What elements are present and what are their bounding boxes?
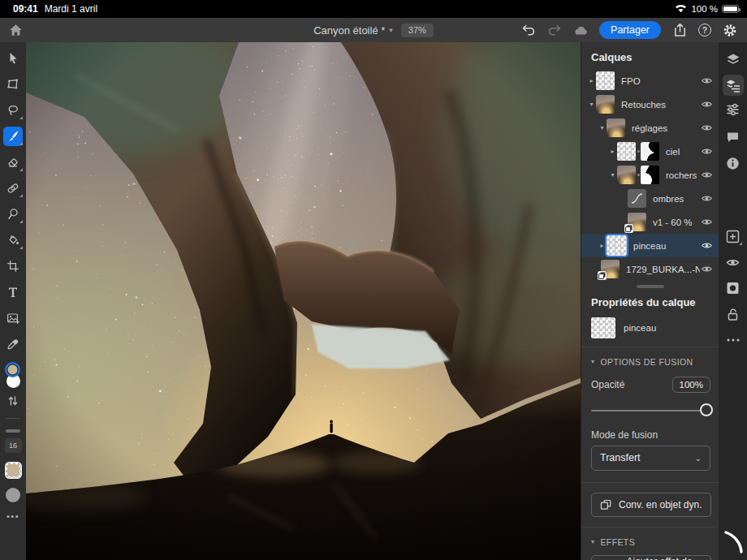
layers-icon[interactable] <box>723 49 744 70</box>
panel-divider <box>581 482 719 483</box>
panel-taskbar <box>719 42 747 560</box>
layer-row-ombres[interactable]: ombres <box>581 187 719 210</box>
swap-colors-button[interactable] <box>0 391 26 411</box>
tool-options-handle[interactable] <box>6 429 20 433</box>
move-tool[interactable] <box>0 45 26 71</box>
info-icon[interactable] <box>723 153 744 174</box>
layer-mask-thumbnail <box>641 142 659 161</box>
type-tool[interactable] <box>0 279 26 305</box>
help-button[interactable]: ? <box>698 24 711 37</box>
add-layer-effect-button[interactable]: fx Ajouter effet de calque <box>591 555 711 560</box>
comment-icon[interactable] <box>723 127 744 148</box>
opacity-value-field[interactable]: 100% <box>672 377 710 393</box>
eraser-tool[interactable] <box>0 149 26 175</box>
layer-row-retouches[interactable]: ▾ Retouches <box>581 93 719 116</box>
visibility-eye-icon[interactable] <box>700 262 714 276</box>
share-button[interactable]: Partager <box>599 21 661 39</box>
layer-mask-thumbnail <box>641 166 659 184</box>
app-toolbar: Canyon étoilé *▾ 37% Partager ? <box>0 18 747 42</box>
layer-properties-icon[interactable] <box>723 75 744 96</box>
visibility-eye-icon[interactable] <box>700 215 714 229</box>
foreground-color-swatch[interactable] <box>5 362 20 377</box>
opacity-slider-track[interactable] <box>591 410 707 411</box>
layer-row-fpo[interactable]: ▸ FPO <box>581 69 719 93</box>
visibility-eye-icon[interactable] <box>700 239 714 252</box>
fill-tool[interactable] <box>0 227 26 253</box>
toolbar-divider <box>6 418 20 419</box>
blend-mode-dropdown[interactable]: Transfert ⌄ <box>591 446 710 471</box>
expander-icon[interactable]: ▸ <box>598 242 607 249</box>
blend-options-section-header[interactable]: ▾ OPTIONS DE FUSION <box>581 347 719 370</box>
visibility-eye-icon[interactable] <box>700 97 714 111</box>
zoom-level-badge[interactable]: 37% <box>401 24 434 37</box>
expander-icon[interactable]: ▾ <box>598 124 607 131</box>
adjustment-curve-thumbnail <box>628 189 646 208</box>
status-time: 09:41 <box>13 3 38 15</box>
lasso-tool[interactable] <box>0 97 26 123</box>
corner-gesture-indicator <box>723 530 745 558</box>
expander-icon[interactable]: ▾ <box>608 171 617 179</box>
expander-icon[interactable]: ▸ <box>608 148 617 155</box>
chevron-down-icon: ▾ <box>389 26 393 34</box>
effects-section-header[interactable]: ▾ EFFETS <box>581 528 719 550</box>
chevron-down-icon: ⌄ <box>695 454 702 463</box>
opacity-slider[interactable] <box>591 403 707 418</box>
layer-thumbnail <box>617 142 636 161</box>
visibility-eye-icon[interactable] <box>700 144 714 158</box>
layer-row-ciel[interactable]: ▸ ciel <box>581 140 719 163</box>
eyedropper-tool[interactable] <box>0 331 26 357</box>
visibility-eye-icon[interactable] <box>700 168 714 182</box>
smart-object-icon <box>600 499 612 510</box>
brush-size-value[interactable]: 16 <box>5 438 22 453</box>
layer-thumbnail <box>617 166 636 184</box>
opacity-label: Opacité <box>591 379 624 390</box>
export-icon[interactable] <box>672 23 687 37</box>
more-options-icon[interactable] <box>723 330 744 351</box>
add-layer-icon[interactable] <box>723 226 744 247</box>
expander-icon[interactable]: ▾ <box>587 101 596 108</box>
place-photo-tool[interactable] <box>0 305 26 331</box>
layer-thumbnail <box>596 71 615 90</box>
blend-mode-label: Mode de fusion <box>581 421 719 446</box>
layer-visibility-icon[interactable] <box>723 252 744 273</box>
brush-tool[interactable] <box>0 123 26 149</box>
status-date: Mardi 1 avril <box>45 3 97 15</box>
transform-tool[interactable] <box>0 71 26 97</box>
layer-thumbnail <box>607 118 625 137</box>
layer-row-1729-burka[interactable]: 1729_BURKA...-NR33 <box>581 257 719 281</box>
healing-brush-tool[interactable] <box>0 175 26 201</box>
document-title[interactable]: Canyon étoilé *▾ <box>313 24 393 37</box>
convert-smart-object-button[interactable]: Conv. en objet dyn. <box>591 493 711 517</box>
color-well[interactable] <box>3 362 23 391</box>
settings-gear-icon[interactable] <box>723 23 737 37</box>
lock-icon[interactable] <box>723 304 744 325</box>
layer-row-v1[interactable]: v1 - 60 % <box>581 210 719 234</box>
wifi-icon <box>675 4 687 15</box>
panel-drag-handle[interactable] <box>637 285 664 288</box>
visibility-eye-icon[interactable] <box>700 121 714 135</box>
opacity-slider-knob[interactable] <box>700 403 713 416</box>
undo-button[interactable] <box>521 23 536 37</box>
layer-row-rochers[interactable]: ▾ rochers <box>581 163 719 187</box>
layer-row-pinceau-selected[interactable]: ▸ pinceau <box>581 234 719 257</box>
cloud-sync-icon[interactable] <box>573 23 588 37</box>
layer-mask-icon[interactable] <box>723 278 744 299</box>
crop-tool[interactable] <box>0 253 26 279</box>
canvas[interactable] <box>26 42 581 560</box>
dodge-tool[interactable] <box>0 201 26 227</box>
visibility-eye-icon[interactable] <box>700 192 714 205</box>
expander-icon[interactable]: ▸ <box>587 77 596 84</box>
chevron-down-icon: ▾ <box>591 538 594 545</box>
more-tool-options-button[interactable]: ••• <box>6 511 19 521</box>
adjustments-icon[interactable] <box>723 99 744 120</box>
smart-object-badge-icon <box>598 271 607 280</box>
visibility-eye-icon[interactable] <box>700 74 714 88</box>
brush-color-chip[interactable] <box>5 462 22 479</box>
layers-panel: Calques ▸ FPO ▾ Retouches ▾ réglages ▸ c… <box>581 42 719 560</box>
smart-object-badge-icon <box>624 224 633 233</box>
layer-row-reglages[interactable]: ▾ réglages <box>581 116 719 140</box>
layers-panel-title: Calques <box>581 42 719 69</box>
home-button[interactable] <box>8 23 23 37</box>
brush-opacity-control[interactable] <box>6 488 20 502</box>
redo-button[interactable] <box>547 23 562 37</box>
